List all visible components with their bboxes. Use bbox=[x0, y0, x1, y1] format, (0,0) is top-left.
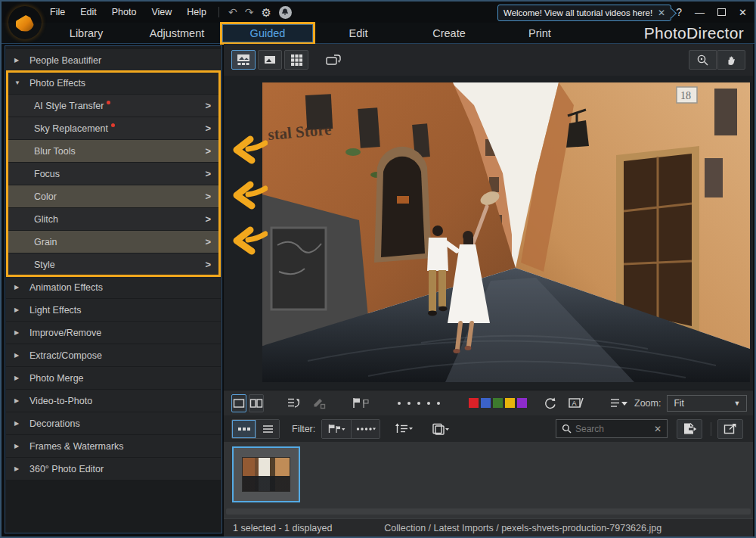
main-area: stal Store bbox=[224, 44, 753, 535]
sidebar-item-ai-style-transfer[interactable]: AI Style Transfer > bbox=[6, 95, 221, 117]
toolbar-separator bbox=[711, 422, 711, 436]
color-label-blue[interactable] bbox=[481, 398, 491, 408]
stack-photos-icon[interactable] bbox=[425, 423, 455, 435]
edit-pencil-icon[interactable] bbox=[307, 397, 331, 409]
browser-only-mode-button[interactable] bbox=[284, 50, 308, 70]
collapsed-arrow-icon: ▶ bbox=[14, 57, 22, 64]
menu-view[interactable]: View bbox=[151, 7, 172, 17]
sidebar-item-frames-watermarks[interactable]: ▶ Frames & Watermarks bbox=[6, 435, 221, 457]
filter-label: Filter: bbox=[292, 424, 315, 434]
sidebar-item-light-effects[interactable]: ▶ Light Effects bbox=[6, 299, 221, 321]
pan-hand-tool-button[interactable] bbox=[717, 50, 745, 70]
sidebar-item-blur-tools[interactable]: Blur Tools > bbox=[6, 140, 221, 162]
undo-icon[interactable]: ↶ bbox=[228, 7, 237, 17]
sidebar-item-improve-remove[interactable]: ▶ Improve/Remove bbox=[6, 322, 221, 344]
photo-thumbnail-selected[interactable] bbox=[232, 446, 300, 502]
welcome-tooltip[interactable]: Welcome! View all tutorial videos here! … bbox=[497, 5, 671, 21]
single-view-button[interactable] bbox=[231, 394, 246, 412]
expanded-arrow-icon: ▼ bbox=[14, 79, 22, 86]
selection-count-text: 1 selected - 1 displayed bbox=[233, 523, 332, 533]
color-label-purple[interactable] bbox=[517, 398, 527, 408]
color-label-yellow[interactable] bbox=[505, 398, 515, 408]
color-label-green[interactable] bbox=[493, 398, 503, 408]
color-label-chips bbox=[463, 398, 533, 408]
chevron-right-icon: > bbox=[205, 145, 211, 157]
settings-gear-icon[interactable]: ⚙ bbox=[261, 7, 271, 18]
menu-photo[interactable]: Photo bbox=[112, 7, 137, 17]
open-in-new-window-button[interactable] bbox=[717, 419, 743, 439]
sidebar-item-photo-effects[interactable]: ▼ Photo Effects bbox=[6, 72, 221, 94]
color-label-red[interactable] bbox=[469, 398, 479, 408]
label-filter-dropdown[interactable] bbox=[351, 420, 380, 438]
export-photo-button[interactable] bbox=[677, 419, 702, 439]
rating-dots[interactable] bbox=[390, 402, 448, 405]
list-view-button[interactable] bbox=[256, 420, 279, 438]
house-number-text: 18 bbox=[680, 90, 691, 101]
sidebar-item-video-to-photo[interactable]: ▶ Video-to-Photo bbox=[6, 390, 221, 412]
crop-straighten-icon[interactable]: A bbox=[562, 397, 589, 409]
menu-help[interactable]: Help bbox=[187, 7, 206, 17]
browser-filter-bar: Filter: ✕ bbox=[224, 415, 753, 442]
search-input[interactable] bbox=[575, 424, 654, 434]
tab-library[interactable]: Library bbox=[41, 27, 132, 39]
search-clear-icon[interactable]: ✕ bbox=[654, 424, 662, 434]
collapsed-arrow-icon: ▶ bbox=[14, 329, 22, 336]
sidebar-item-style[interactable]: Style > bbox=[6, 253, 221, 275]
tab-print[interactable]: Print bbox=[494, 27, 585, 39]
sidebar-item-photo-merge[interactable]: ▶ Photo Merge bbox=[6, 367, 221, 389]
sidebar-item-animation-effects[interactable]: ▶ Animation Effects bbox=[6, 276, 221, 298]
sidebar-item-grain[interactable]: Grain > bbox=[6, 231, 221, 253]
display-options-icon[interactable] bbox=[604, 397, 634, 409]
redo-icon[interactable]: ↷ bbox=[245, 7, 254, 17]
minimize-button[interactable]: — bbox=[695, 7, 705, 18]
menu-edit[interactable]: Edit bbox=[80, 7, 97, 17]
photo-canvas[interactable]: stal Store bbox=[262, 82, 750, 382]
chevron-right-icon: > bbox=[205, 213, 211, 225]
chevron-right-icon: > bbox=[205, 191, 211, 202]
tooltip-pointer bbox=[667, 8, 677, 18]
flag-icons[interactable] bbox=[346, 397, 375, 409]
zoom-fit-dropdown[interactable]: Fit ▼ bbox=[667, 395, 747, 412]
tab-edit[interactable]: Edit bbox=[313, 27, 404, 39]
rotate-left-icon[interactable] bbox=[538, 397, 562, 410]
viewer-nav-tools bbox=[689, 50, 745, 70]
thumbnail-view-button[interactable] bbox=[232, 420, 256, 438]
viewer-toolbar bbox=[224, 44, 753, 76]
copy-adjustments-icon[interactable] bbox=[281, 397, 307, 409]
sidebar-item-360-photo-editor[interactable]: ▶ 360° Photo Editor bbox=[6, 458, 221, 480]
sidebar-item-focus[interactable]: Focus > bbox=[6, 163, 221, 185]
photodirector-logo-icon[interactable] bbox=[8, 6, 42, 39]
tab-create[interactable]: Create bbox=[404, 27, 494, 39]
sidebar-item-color[interactable]: Color > bbox=[6, 185, 221, 207]
close-button[interactable]: ✕ bbox=[739, 7, 747, 18]
status-bar: 1 selected - 1 displayed Collection / La… bbox=[224, 518, 753, 536]
photo-preview-area: stal Store bbox=[224, 76, 753, 390]
sidebar-item-sky-replacement[interactable]: Sky Replacement > bbox=[6, 117, 221, 139]
flag-filter-dropdown[interactable] bbox=[322, 420, 351, 438]
sidebar-item-extract-compose[interactable]: ▶ Extract/Compose bbox=[6, 344, 221, 366]
sort-order-icon[interactable] bbox=[389, 423, 419, 434]
viewer-only-mode-button[interactable] bbox=[258, 50, 282, 70]
zoom-control: Zoom: Fit ▼ bbox=[634, 395, 747, 412]
window-controls: ? — ✕ bbox=[676, 2, 747, 23]
sidebar-item-label: Focus bbox=[34, 169, 60, 179]
sidebar-item-label: 360° Photo Editor bbox=[29, 464, 104, 474]
logo-swirl-icon bbox=[16, 15, 34, 32]
sidebar-item-glitch[interactable]: Glitch > bbox=[6, 208, 221, 230]
chevron-right-icon: > bbox=[205, 168, 211, 179]
zoom-tool-button[interactable] bbox=[689, 50, 717, 70]
tab-guided[interactable]: Guided bbox=[222, 24, 313, 42]
tooltip-close-icon[interactable]: ✕ bbox=[658, 8, 665, 18]
browser-and-viewer-mode-button[interactable] bbox=[231, 50, 256, 70]
menubar: File Edit Photo View Help bbox=[50, 7, 206, 17]
notifications-bell-icon[interactable] bbox=[279, 6, 292, 19]
help-button[interactable]: ? bbox=[676, 6, 682, 18]
sidebar-item-people-beautifier[interactable]: ▶ People Beautifier bbox=[6, 49, 221, 71]
maximize-button[interactable] bbox=[717, 8, 726, 16]
filmstrip-scrollbar[interactable] bbox=[226, 508, 751, 515]
tab-adjustment[interactable]: Adjustment bbox=[132, 27, 222, 39]
sidebar-item-decorations[interactable]: ▶ Decorations bbox=[6, 412, 221, 434]
compare-view-button[interactable] bbox=[249, 394, 264, 412]
menu-file[interactable]: File bbox=[50, 7, 65, 17]
rotate-canvas-icon[interactable] bbox=[321, 50, 345, 70]
